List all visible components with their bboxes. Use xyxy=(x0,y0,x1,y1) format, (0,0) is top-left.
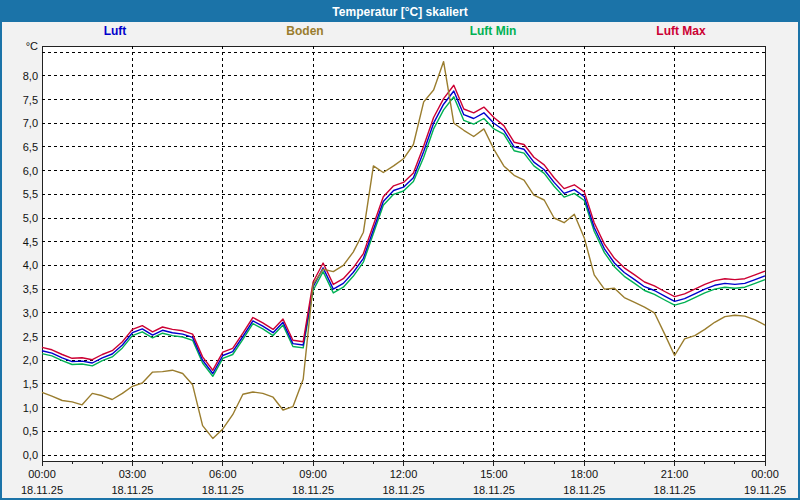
x-tick-time-label: 00:00 xyxy=(751,468,779,480)
y-tick-label: 2,0 xyxy=(4,354,38,366)
y-axis-unit-label: °C xyxy=(4,40,38,52)
chart-window: Temperatur [°C] skaliert Luft Boden Luft… xyxy=(0,0,800,500)
x-tick-time-label: 09:00 xyxy=(299,468,327,480)
x-tick-time-label: 15:00 xyxy=(480,468,508,480)
y-tick-label: 5,0 xyxy=(4,212,38,224)
y-tick-label: 3,0 xyxy=(4,307,38,319)
y-tick-label: 4,5 xyxy=(4,236,38,248)
x-tick-time-label: 21:00 xyxy=(661,468,689,480)
y-tick-label: 6,5 xyxy=(4,141,38,153)
x-tick-time-label: 03:00 xyxy=(119,468,147,480)
x-tick-date-label: 18.11.25 xyxy=(111,484,153,496)
y-tick-label: 5,5 xyxy=(4,188,38,200)
y-tick-label: 6,0 xyxy=(4,165,38,177)
x-tick-date-label: 19.11.25 xyxy=(744,484,786,496)
y-tick-label: 7,5 xyxy=(4,94,38,106)
x-tick-date-label: 18.11.25 xyxy=(563,484,605,496)
x-tick-time-label: 12:00 xyxy=(390,468,418,480)
x-tick-time-label: 00:00 xyxy=(28,468,56,480)
x-tick-time-label: 18:00 xyxy=(571,468,599,480)
y-tick-label: 4,0 xyxy=(4,259,38,271)
y-tick-label: 1,5 xyxy=(4,378,38,390)
x-tick-date-label: 18.11.25 xyxy=(654,484,696,496)
y-tick-label: 2,5 xyxy=(4,331,38,343)
temperature-line-chart xyxy=(2,2,800,500)
x-tick-date-label: 18.11.25 xyxy=(292,484,334,496)
x-tick-date-label: 18.11.25 xyxy=(202,484,244,496)
x-tick-date-label: 18.11.25 xyxy=(21,484,63,496)
y-tick-label: 1,0 xyxy=(4,402,38,414)
x-tick-date-label: 18.11.25 xyxy=(382,484,424,496)
x-tick-time-label: 06:00 xyxy=(209,468,237,480)
y-tick-label: 0,5 xyxy=(4,425,38,437)
y-tick-label: 3,5 xyxy=(4,283,38,295)
x-tick-date-label: 18.11.25 xyxy=(473,484,515,496)
y-tick-label: 8,0 xyxy=(4,70,38,82)
y-tick-label: 0,0 xyxy=(4,449,38,461)
y-tick-label: 7,0 xyxy=(4,117,38,129)
